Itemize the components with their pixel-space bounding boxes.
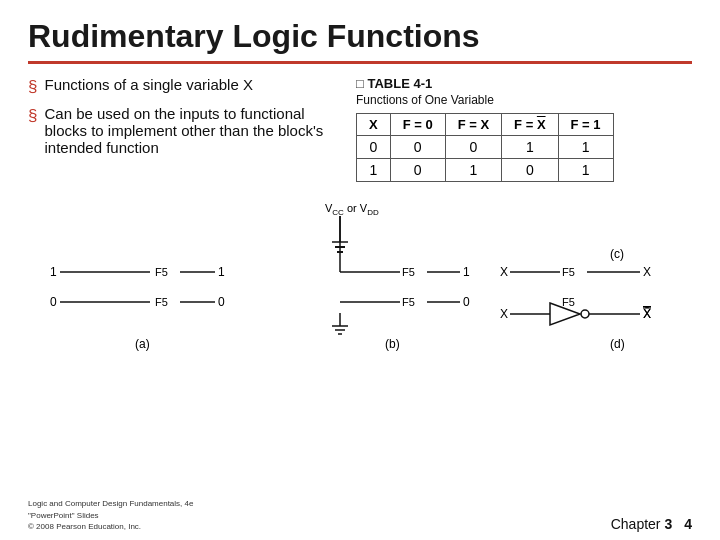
bullet-text-1: Functions of a single variable X [44,76,252,93]
col-header-f1: F = 1 [558,114,613,136]
cell-fxbar-0: 1 [502,136,558,159]
chapter-label: Chapter [611,516,661,532]
cell-f0-1: 0 [390,159,445,182]
label-d: (d) [610,337,625,351]
cell-fx-1: 1 [445,159,501,182]
copyright-line-3: © 2008 Pearson Education, Inc. [28,521,193,532]
bullet-list: § Functions of a single variable X § Can… [28,76,338,182]
footer-copyright: Logic and Computer Design Fundamentals, … [28,498,193,532]
circuits-svg: VCC or VDD 1 F5 1 0 F5 0 (a) [28,198,692,378]
label-a: (a) [135,337,150,351]
cell-x1: 1 [357,159,391,182]
label-b: (b) [385,337,400,351]
chapter-number: 3 [665,516,673,532]
col-header-fx: F = X [445,114,501,136]
cell-fxbar-1: 0 [502,159,558,182]
svg-text:X: X [643,265,651,279]
svg-text:F5: F5 [155,266,168,278]
svg-text:1: 1 [50,265,57,279]
cell-f1-1: 1 [558,159,613,182]
table-row: 0 0 0 1 1 [357,136,614,159]
cell-fx-0: 0 [445,136,501,159]
svg-text:F5: F5 [155,296,168,308]
svg-text:1: 1 [463,265,470,279]
col-header-fxbar: F = X [502,114,558,136]
page: Rudimentary Logic Functions § Functions … [0,0,720,540]
svg-text:F5: F5 [402,266,415,278]
cell-f1-0: 1 [558,136,613,159]
svg-text:F5: F5 [402,296,415,308]
bullet-item-1: § Functions of a single variable X [28,76,338,97]
svg-text:F5: F5 [562,296,575,308]
copyright-line-1: Logic and Computer Design Fundamentals, … [28,498,193,509]
truth-table: X F = 0 F = X F = X F = 1 0 0 0 1 1 [356,113,614,182]
bullet-symbol-1: § [28,77,37,97]
bullet-symbol-2: § [28,106,37,126]
svg-text:0: 0 [463,295,470,309]
cell-f0-0: 0 [390,136,445,159]
svg-point-35 [581,310,589,318]
copyright-line-2: "PowerPoint" Slides [28,510,193,521]
table-header-row: X F = 0 F = X F = X F = 1 [357,114,614,136]
table-subtitle: Functions of One Variable [356,93,692,107]
svg-text:X: X [500,265,508,279]
footer-pagination: Chapter 3 4 [611,516,692,532]
svg-text:0: 0 [218,295,225,309]
table-section: □ TABLE 4-1 Functions of One Variable X … [356,76,692,182]
table-title: □ TABLE 4-1 [356,76,692,91]
page-number: 4 [684,516,692,532]
svg-text:X: X [643,307,651,321]
content-area: § Functions of a single variable X § Can… [28,76,692,182]
svg-text:F5: F5 [562,266,575,278]
bullet-text-2: Can be used on the inputs to functional … [44,105,338,156]
svg-text:0: 0 [50,295,57,309]
col-header-x: X [357,114,391,136]
footer: Logic and Computer Design Fundamentals, … [0,498,720,532]
page-separator [676,516,680,532]
title-divider [28,61,692,64]
diagrams-area: VCC or VDD 1 F5 1 0 F5 0 (a) [28,198,692,378]
svg-text:X: X [500,307,508,321]
cell-x0: 0 [357,136,391,159]
label-c: (c) [610,247,624,261]
page-title: Rudimentary Logic Functions [28,18,692,55]
vcc-label: VCC or VDD [325,202,379,217]
col-header-f0: F = 0 [390,114,445,136]
table-row: 1 0 1 0 1 [357,159,614,182]
svg-text:1: 1 [218,265,225,279]
bullet-item-2: § Can be used on the inputs to functiona… [28,105,338,156]
